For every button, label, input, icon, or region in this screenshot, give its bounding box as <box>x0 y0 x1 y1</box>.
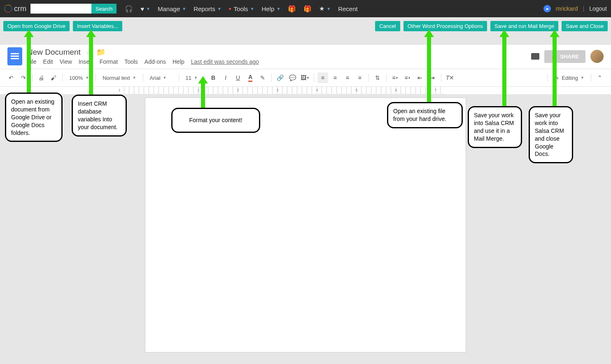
save-and-close-button[interactable]: Save and Close <box>562 21 608 31</box>
open-from-drive-button[interactable]: Open from Google Drive <box>3 21 70 31</box>
comments-icon[interactable] <box>531 53 539 60</box>
insert-variables-button[interactable]: Insert Variables... <box>73 21 122 31</box>
align-center-button[interactable]: ≡ <box>330 72 340 83</box>
numbered-list-button[interactable]: ≡▼ <box>390 72 401 83</box>
heart-icon: ♥ <box>140 5 144 12</box>
title-area: New Document ☆ 📁 File Edit View Insert F… <box>27 48 259 65</box>
search-input[interactable] <box>30 4 91 14</box>
toolbar-separator <box>548 74 548 82</box>
align-left-button[interactable]: ≡ <box>317 72 328 83</box>
toolbar-separator <box>441 74 441 82</box>
ruler-number: 7 <box>434 88 436 92</box>
ruler-number: 1 <box>197 88 199 92</box>
chevron-down-icon: ▼ <box>250 7 254 11</box>
clear-formatting-button[interactable]: T✕ <box>445 72 455 83</box>
nav-reports[interactable]: Reports▼ <box>194 5 221 12</box>
callout-save-close: Save your work into Salsa CRM and close … <box>529 106 573 163</box>
chevron-down-icon: ▼ <box>133 76 136 80</box>
notification-dot <box>229 8 231 10</box>
docs-logo-icon[interactable] <box>7 47 22 65</box>
chevron-down-icon: ▼ <box>146 7 150 11</box>
star-menu[interactable]: ★▼ <box>319 5 331 12</box>
headphones-icon[interactable]: 🎧 <box>125 5 133 13</box>
align-justify-button[interactable]: ≡ <box>354 72 365 83</box>
docs-header-right: 🔒 SHARE <box>531 50 604 63</box>
ruler-number: 1 <box>118 88 120 92</box>
insert-comment-button[interactable]: 💬 <box>287 72 298 83</box>
crm-logo-text: crm <box>14 5 26 13</box>
chevron-down-icon: ▼ <box>163 76 167 80</box>
italic-button[interactable]: I <box>220 72 231 83</box>
chevron-down-icon: ▼ <box>85 76 89 80</box>
cancel-button[interactable]: Cancel <box>375 21 400 31</box>
collapse-toolbar-button[interactable]: ⌃ <box>595 72 605 83</box>
toolbar-separator <box>368 74 369 82</box>
gift-icon-2[interactable]: 🎁 <box>303 5 312 13</box>
folder-icon[interactable]: 📁 <box>96 48 105 57</box>
share-button[interactable]: 🔒 SHARE <box>544 50 585 63</box>
menu-view[interactable]: View <box>60 58 72 65</box>
callout-insert-vars: Insert CRM database variables Into your … <box>72 95 127 137</box>
callout-open-drive: Open an existing document from Google Dr… <box>5 93 63 142</box>
menu-help[interactable]: Help <box>173 58 184 65</box>
document-title[interactable]: New Document <box>27 48 81 57</box>
zoom-dropdown[interactable]: 100%▼ <box>66 72 92 83</box>
ruler-number: 5 <box>355 88 357 92</box>
menu-addons[interactable]: Add-ons <box>145 58 166 65</box>
menu-bar: File Edit View Insert Format Tools Add-o… <box>27 58 259 65</box>
paint-format-button[interactable]: 🖌 <box>48 72 59 83</box>
gift-icon[interactable]: 🎁 <box>288 5 296 13</box>
menu-format[interactable]: Format <box>100 58 118 65</box>
toolbar-separator <box>32 74 33 82</box>
other-word-processing-button[interactable]: Other Word Processing Options <box>403 21 487 31</box>
insert-image-button[interactable]: 🖼▼ <box>300 72 310 83</box>
logout-link[interactable]: Logout <box>589 5 607 12</box>
underline-button[interactable]: U <box>233 72 243 83</box>
search-form: Search <box>30 4 117 14</box>
editing-mode-dropdown[interactable]: ✎Editing▼ <box>551 72 588 83</box>
nav-tools[interactable]: Tools▼ <box>229 5 254 12</box>
horizontal-ruler[interactable]: 1 1 2 3 4 5 6 7 <box>119 87 445 94</box>
crm-logo: crm <box>4 5 26 13</box>
ruler-number: 2 <box>237 88 239 92</box>
font-dropdown[interactable]: Arial▼ <box>147 72 175 83</box>
chevron-down-icon: ▼ <box>326 7 331 11</box>
separator: | <box>583 5 585 12</box>
chevron-down-icon: ▼ <box>581 76 584 80</box>
chevron-down-icon: ▼ <box>217 7 222 11</box>
text-color-button[interactable]: A <box>245 72 256 83</box>
ruler-number: 3 <box>276 88 278 92</box>
callout-mail-merge: Save your work into Salsa CRM and use it… <box>468 106 522 148</box>
title-row: New Document ☆ 📁 <box>27 48 259 57</box>
bulleted-list-button[interactable]: ≡▼ <box>402 72 413 83</box>
decrease-indent-button[interactable]: ⇤ <box>415 72 425 83</box>
ruler-number: 4 <box>316 88 318 92</box>
undo-button[interactable]: ↶ <box>6 72 16 83</box>
bold-button[interactable]: B <box>208 72 219 83</box>
chevron-down-icon: ▼ <box>276 7 280 11</box>
align-right-button[interactable]: ≡ <box>342 72 353 83</box>
line-spacing-button[interactable]: ⇅ <box>372 72 383 83</box>
menu-edit[interactable]: Edit <box>43 58 53 65</box>
last-edit-link[interactable]: Last edit was seconds ago <box>191 58 259 65</box>
crm-right: ➤ mrickard | Logout <box>543 5 607 12</box>
favorites-menu[interactable]: ♥▼ <box>140 5 150 12</box>
print-button[interactable]: 🖨 <box>36 72 47 83</box>
username-label[interactable]: mrickard <box>556 5 578 12</box>
nav-manage[interactable]: Manage▼ <box>158 5 186 12</box>
user-avatar[interactable] <box>590 50 604 63</box>
document-page[interactable] <box>145 97 466 352</box>
toolbar-separator <box>62 74 63 82</box>
search-button[interactable]: Search <box>91 4 117 14</box>
paragraph-style-dropdown[interactable]: Normal text▼ <box>99 72 139 83</box>
highlight-button[interactable]: ✎ <box>257 72 268 83</box>
menu-tools[interactable]: Tools <box>124 58 138 65</box>
action-bar-right: Cancel Other Word Processing Options Sav… <box>375 21 608 31</box>
nav-help[interactable]: Help▼ <box>262 5 281 12</box>
toolbar-separator <box>96 74 96 82</box>
crm-logo-icon <box>4 5 12 13</box>
toolbar-separator <box>591 74 591 82</box>
nav-items: 🎧 ♥▼ Manage▼ Reports▼ Tools▼ Help▼ 🎁 🎁 ★… <box>125 5 358 13</box>
insert-link-button[interactable]: 🔗 <box>275 72 286 83</box>
nav-recent[interactable]: Recent <box>338 5 358 12</box>
